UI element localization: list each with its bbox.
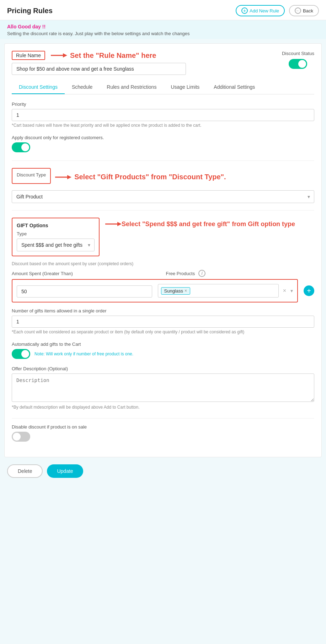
bottom-section: Disable discount if product is on sale — [12, 418, 314, 443]
gifts-allowed-input[interactable] — [12, 316, 314, 328]
tag-label: Sunglass — [164, 288, 183, 294]
discount-status-toggle[interactable] — [289, 59, 307, 69]
priority-hint: *Cart based rules will have the least pr… — [12, 123, 314, 128]
disable-discount-toggle[interactable] — [12, 432, 30, 442]
toggle-slider-disable — [12, 432, 30, 442]
registered-customers-label: Apply discount only for registered custo… — [12, 135, 314, 140]
free-products-label: Free Products — [166, 271, 195, 276]
rule-name-left: Rule Name Set the "Rule Name" here — [12, 51, 271, 75]
svg-marker-3 — [67, 175, 71, 179]
gift-type-select[interactable]: Spent $$$ and get free gifts Buy X get Y… — [17, 239, 95, 251]
toggle-slider-reg — [12, 142, 30, 152]
discount-status-label: Discount Status — [282, 51, 314, 56]
rule-name-annotation: Set the "Rule Name" here — [70, 51, 156, 60]
discount-type-section: Discount Type Select "Gift Products" fro… — [12, 168, 314, 203]
page-title: Pricing Rules — [7, 7, 53, 15]
discount-type-box: Discount Type — [12, 168, 51, 184]
divider-1 — [12, 160, 314, 161]
greeting-sub: Setting the discount rate is easy. Just … — [7, 31, 319, 36]
add-new-label: Add New Rule — [250, 8, 279, 13]
auto-add-label: Automatically add gifts to the Cart — [12, 342, 314, 347]
back-button[interactable]: ← Back — [289, 5, 319, 16]
rule-name-arrow: Set the "Rule Name" here — [50, 51, 156, 60]
add-row-button[interactable]: + — [304, 285, 314, 296]
gift-options-arrow-icon — [105, 220, 122, 228]
offer-description-label: Offer Description (Optional) — [12, 366, 314, 371]
amount-spent-field — [17, 285, 152, 298]
free-products-input[interactable]: Sunglass × — [158, 284, 279, 298]
amount-spent-col-header: Amount Spent (Greater Than) — [12, 271, 160, 276]
offer-description-textarea[interactable] — [12, 373, 314, 402]
amount-row-inputs: Sunglass × × ▾ — [12, 279, 298, 302]
action-buttons: Delete Update — [0, 457, 326, 485]
arrow-right-icon — [50, 52, 67, 59]
header-actions: + Add New Rule ← Back — [236, 5, 319, 16]
amount-spent-input[interactable] — [17, 285, 152, 298]
auto-add-note: Note: Will work only if number of free p… — [34, 351, 133, 356]
registered-customers-section: Apply discount only for registered custo… — [12, 135, 314, 153]
registered-customers-toggle[interactable] — [12, 142, 30, 152]
amount-row-wrapper: Amount Spent (Greater Than) Free Product… — [12, 270, 314, 302]
amount-cols-header: Amount Spent (Greater Than) Free Product… — [12, 270, 314, 277]
divider-2 — [12, 210, 314, 211]
rule-name-label-row: Rule Name Set the "Rule Name" here — [12, 51, 271, 60]
gifts-allowed-hint: *Each count will be considered as separa… — [12, 329, 314, 334]
discount-type-select-wrapper: Gift Product Percentage Fixed Buy X Get … — [12, 190, 314, 203]
gifts-allowed-section: Number of gifts items allowed in a singl… — [12, 308, 314, 334]
offer-description-hint: *By default mdescription will be display… — [12, 405, 314, 410]
page-header: Pricing Rules + Add New Rule ← Back — [0, 0, 326, 20]
discount-type-arrow-icon — [54, 174, 71, 181]
priority-section: Priority *Cart based rules will have the… — [12, 102, 314, 128]
greeting-text: Allo Good day !! — [7, 24, 319, 29]
gift-options-type-label: Type — [17, 231, 95, 236]
discount-type-annotation: Select "Gift Products" from "Discount Ty… — [74, 173, 226, 181]
tag-close-icon[interactable]: × — [185, 288, 187, 293]
toggle-slider-auto — [12, 349, 30, 359]
priority-input[interactable] — [12, 109, 314, 121]
auto-add-section: Automatically add gifts to the Cart Note… — [12, 342, 314, 359]
gift-options-annotation-container: Select "Spend $$$ and get free gift" fro… — [105, 218, 295, 228]
tab-usage-limits[interactable]: Usage Limits — [164, 81, 207, 94]
gift-type-select-wrapper: Spent $$$ and get free gifts Buy X get Y… — [17, 239, 95, 251]
sunglass-tag: Sunglass × — [161, 287, 191, 295]
tab-rules-restrictions[interactable]: Rules and Restrictions — [100, 81, 164, 94]
amount-inputs-row: Sunglass × × ▾ + — [12, 279, 314, 302]
disable-discount-label: Disable discount if product is on sale — [12, 424, 314, 430]
back-label: Back — [303, 8, 313, 13]
add-new-rule-button[interactable]: + Add New Rule — [236, 5, 285, 16]
tab-discount-settings[interactable]: Discount Settings — [12, 81, 65, 94]
offer-description-section: Offer Description (Optional) *By default… — [12, 366, 314, 410]
update-button[interactable]: Update — [47, 464, 83, 478]
rule-name-label: Rule Name — [12, 51, 45, 60]
chevron-down-icon[interactable]: ▾ — [290, 288, 293, 294]
tab-additional-settings[interactable]: Additional Settings — [207, 81, 262, 94]
rule-name-input[interactable] — [12, 63, 186, 75]
free-products-input-row: Sunglass × × ▾ — [158, 284, 293, 298]
back-icon: ← — [295, 7, 301, 14]
delete-button[interactable]: Delete — [7, 464, 43, 478]
auto-add-toggle[interactable] — [12, 349, 30, 359]
gift-options-annotation: Select "Spend $$$ and get free gift" fro… — [122, 220, 295, 228]
discount-type-select[interactable]: Gift Product Percentage Fixed Buy X Get … — [12, 190, 314, 203]
discount-type-label: Discount Type — [17, 172, 46, 178]
free-products-field: Sunglass × × ▾ — [158, 284, 293, 298]
discount-status-section: Discount Status — [282, 51, 314, 70]
disable-discount-section: Disable discount if product is on sale — [12, 424, 314, 443]
svg-marker-1 — [63, 53, 67, 58]
discount-amount-hint: Discount based on the amount spent by us… — [12, 261, 314, 266]
info-icon: i — [198, 270, 205, 277]
gift-options-box: GIFT Options Type Spent $$$ and get free… — [12, 218, 100, 256]
gifts-allowed-label: Number of gifts items allowed in a singl… — [12, 308, 314, 313]
clear-free-products-icon[interactable]: × — [282, 288, 288, 294]
tab-schedule[interactable]: Schedule — [65, 81, 100, 94]
greeting-bar: Allo Good day !! Setting the discount ra… — [0, 20, 326, 39]
svg-marker-5 — [117, 222, 122, 226]
priority-label: Priority — [12, 102, 314, 107]
rule-name-section: Rule Name Set the "Rule Name" here Disco… — [12, 51, 314, 75]
discount-type-annotation-row: Discount Type Select "Gift Products" fro… — [12, 168, 314, 186]
free-products-col-header: Free Products i — [166, 270, 315, 277]
toggle-slider — [289, 59, 307, 69]
auto-add-toggle-row: Note: Will work only if number of free p… — [12, 349, 314, 359]
main-content: Rule Name Set the "Rule Name" here Disco… — [4, 43, 322, 457]
discount-type-arrow-row: Select "Gift Products" from "Discount Ty… — [54, 173, 226, 181]
